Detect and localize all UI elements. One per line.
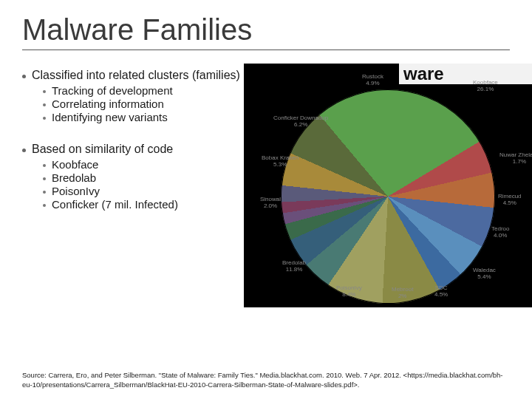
bullet-text: Conficker (7 mil. Infected) <box>52 198 178 211</box>
pie-slice-label: Rimecud4.5% <box>498 194 522 207</box>
slide-title: Malware Families <box>22 13 510 47</box>
pie-slice-label: Mebroot2% <box>392 287 413 300</box>
pie-slice-label: SDC4.5% <box>434 285 448 299</box>
chart-header-fragment: ware <box>399 64 532 84</box>
bullet-level1: Based on similarity of code <box>22 143 244 156</box>
bullet-text: Koobface <box>52 158 98 171</box>
title-wrap: Malware Families <box>22 13 510 50</box>
bullet-dot <box>43 191 46 194</box>
bullet-level2: Tracking of development <box>43 84 244 97</box>
pie-slice-label: Nuwar Zhelatin1.7% <box>499 152 532 166</box>
bullet-text: PoisonIvy <box>52 185 100 197</box>
bullet-level2: PoisonIvy <box>43 185 244 197</box>
bullet-dot <box>43 204 46 207</box>
bullet-dot <box>22 75 26 78</box>
pie-slice-label: Waledac5.4% <box>473 267 496 281</box>
bullet-dot <box>43 117 46 120</box>
pie-chart: ware Koobface26.1%Rustock4.9%Conficker D… <box>244 64 532 307</box>
bullet-text: Correlating information <box>52 98 164 110</box>
bullet-level1: Classified into related clusters (famili… <box>22 69 244 82</box>
bullet-level2: Correlating information <box>43 98 244 110</box>
bullet-dot <box>43 177 46 180</box>
pie-slice-label: Conficker Downadup6.2% <box>273 115 328 129</box>
bullet-text: Classified into related clusters (famili… <box>32 69 240 82</box>
bullet-level2: Conficker (7 mil. Infected) <box>43 198 244 211</box>
bullet-text: Identifying new variants <box>52 111 168 123</box>
chart-column: ware Koobface26.1%Rustock4.9%Conficker D… <box>244 66 510 211</box>
bullet-level2: Bredolab <box>43 171 244 184</box>
content-row: Classified into related clusters (famili… <box>22 66 510 211</box>
pie-slice-label: Bobax Kraken5.3% <box>262 155 299 168</box>
text-column: Classified into related clusters (famili… <box>22 66 244 211</box>
pie-slice-label: Sinowal2.0% <box>260 197 281 210</box>
pie-slice-label: PoisonIvy8.4% <box>336 285 362 299</box>
bullet-dot <box>43 103 46 106</box>
bullet-dot <box>43 164 46 167</box>
pie-slice-label: Koobface26.1% <box>473 80 498 93</box>
bullet-dot <box>22 149 26 152</box>
pie-slice-label: Rustock4.9% <box>362 74 383 87</box>
bullet-text: Based on similarity of code <box>32 143 173 156</box>
spacer <box>22 124 244 140</box>
pie-slice-label: Bredolab11.8% <box>282 260 306 273</box>
bullet-level2: Identifying new variants <box>43 111 244 123</box>
source-citation: Source: Carrera, Ero, and Peter Silberma… <box>22 371 510 390</box>
bullet-text: Tracking of development <box>52 84 173 97</box>
pie-slice-label: Tedroo4.0% <box>491 226 509 239</box>
bullet-text: Bredolab <box>52 171 96 184</box>
bullet-level2: Koobface <box>43 158 244 171</box>
slide: Malware Families Classified into related… <box>0 0 532 399</box>
bullet-dot <box>43 90 46 93</box>
